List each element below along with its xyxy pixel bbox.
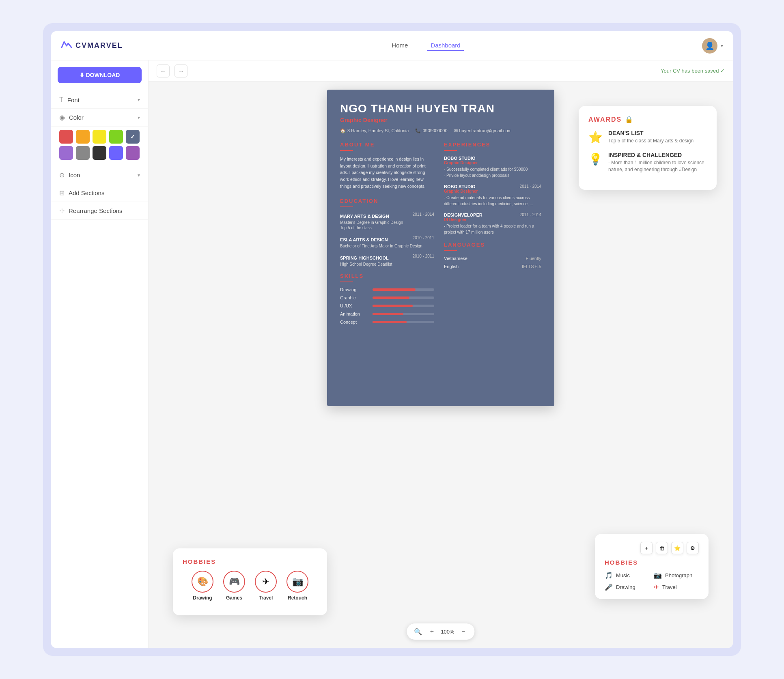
cv-lang-title: LANGUAGES: [444, 242, 541, 248]
hobby-games-label: Games: [226, 595, 242, 601]
cv-edu-divider: [340, 206, 353, 207]
color-swatches: [51, 127, 148, 166]
cv-edu-item-1: MARY ARTS & DESIGN2011 - 2014 Master's D…: [340, 212, 434, 230]
hobbies-icons-row: 🎨 Drawing 🎮 Games ✈ Travel 📷: [183, 571, 317, 601]
sidebar-item-rearrange[interactable]: ⊹ Rearrange Sections: [51, 202, 148, 220]
card-tool-star[interactable]: ⭐: [671, 542, 683, 554]
hobby-photograph: 📷 Photograph: [654, 572, 699, 579]
cv-phone: 📞 0909000000: [415, 128, 447, 133]
font-icon: T: [59, 96, 63, 103]
undo-button[interactable]: ←: [157, 64, 170, 77]
nav-dashboard[interactable]: Dashboard: [427, 40, 463, 51]
font-label: Font: [67, 97, 80, 103]
avatar[interactable]: 👤: [702, 38, 717, 54]
swatch-magenta[interactable]: [126, 146, 140, 160]
card-tool-delete[interactable]: 🗑: [656, 542, 668, 554]
cv-body: ABOUT ME My interests and experience in …: [340, 142, 541, 328]
cv-name: NGO THANH HUYEN TRAN: [340, 103, 541, 115]
color-label: Color: [69, 114, 84, 121]
cv-about-divider: [340, 150, 353, 151]
drawing-mic-icon: 🎤: [605, 583, 613, 591]
nav-home[interactable]: Home: [388, 40, 411, 51]
hobby-games-icon: 🎮: [223, 571, 245, 593]
zoom-minus-button[interactable]: −: [459, 627, 468, 636]
app-container: CVMARVEL Home Dashboard 👤 ▾ ⬇ DOWNLOAD T…: [43, 23, 741, 656]
swatch-violet[interactable]: [109, 146, 123, 160]
cv-lang-divider: [444, 250, 457, 251]
swatch-gray[interactable]: [76, 146, 90, 160]
cv-contact: 🏠 3 Hamley, Hamley St, Califonia 📞 09090…: [340, 128, 541, 133]
hobby-retouch-icon: 📷: [286, 571, 308, 593]
swatch-red[interactable]: [59, 130, 73, 144]
sidebar-item-icon[interactable]: ⊙ Icon ▾: [51, 166, 148, 184]
cv-canvas[interactable]: NGO THANH HUYEN TRAN Graphic Designer 🏠 …: [149, 82, 733, 648]
save-status: Your CV has been saved ✓: [661, 68, 725, 74]
logo-text: CVMARVEL: [75, 41, 123, 50]
cv-lang-vn: Vietnamese Fluently: [444, 256, 541, 261]
hobby-travel-label: Travel: [259, 595, 273, 601]
swatch-purple[interactable]: [59, 146, 73, 160]
content-area: ← → Your CV has been saved ✓ NGO THANH H…: [149, 60, 733, 648]
awards-title: AWARDS 🔒: [588, 116, 707, 123]
award-desc-2: - More than 1 million children to love s…: [608, 159, 707, 173]
cv-about-text: My interests and experience in design li…: [340, 156, 434, 190]
cv-address: 🏠 3 Hamley, Hamley St, Califonia: [340, 128, 409, 133]
cv-skills-divider: [340, 281, 353, 282]
award-bulb-icon: 💡: [588, 153, 603, 166]
zoom-plus-button[interactable]: +: [427, 627, 437, 636]
swatch-orange[interactable]: [76, 130, 90, 144]
download-button[interactable]: ⬇ DOWNLOAD: [58, 67, 142, 83]
rearrange-label: Rearrange Sections: [69, 207, 123, 214]
travel-list-icon: ✈: [654, 583, 659, 591]
zoom-search-icon[interactable]: 🔍: [413, 627, 423, 636]
hobby-drawing: 🎨 Drawing: [192, 571, 213, 601]
nav-links: Home Dashboard: [150, 40, 702, 51]
award-name-1: DEAN'S LIST: [608, 130, 694, 136]
cv-paper: NGO THANH HUYEN TRAN Graphic Designer 🏠 …: [327, 90, 554, 406]
cv-exp-1: BOBO STUDIO Graphic Designer - Successfu…: [444, 156, 541, 178]
hobby-music: 🎵 Music: [605, 572, 650, 579]
hobbies-card-left: HOBBIES 🎨 Drawing 🎮 Games ✈ Travel: [173, 548, 327, 615]
icon-icon: ⊙: [59, 171, 65, 179]
logo-icon: [61, 40, 72, 52]
card-tool-add[interactable]: +: [640, 542, 653, 554]
music-label: Music: [616, 572, 630, 578]
icon-chevron: ▾: [138, 172, 140, 178]
sidebar-item-color[interactable]: ◉ Color ▾: [51, 109, 148, 127]
award-name-2: INSPIRED & CHALLENGED: [608, 152, 707, 158]
cv-title: Graphic Designer: [340, 117, 541, 123]
swatch-blue[interactable]: [126, 130, 140, 144]
photograph-icon: 📷: [654, 572, 662, 579]
hobby-drawing-list: 🎤 Drawing: [605, 583, 650, 591]
cv-edu-item-3: SPRING HIGHSCHOOL2010 - 2011 High School…: [340, 254, 434, 266]
cv-skill-drawing: Drawing: [340, 287, 434, 292]
hobbies-middle-title: HOBBIES: [605, 559, 699, 566]
add-sections-icon: ⊞: [59, 189, 65, 197]
hobby-drawing-icon: 🎨: [192, 571, 213, 593]
color-chevron: ▾: [138, 115, 140, 120]
cv-skills-title: SKILLS: [340, 273, 434, 279]
sidebar-item-font[interactable]: T Font ▾: [51, 91, 148, 109]
swatch-yellow[interactable]: [93, 130, 106, 144]
cv-exp-title: EXPERIENCES: [444, 142, 541, 148]
cv-left: ABOUT ME My interests and experience in …: [340, 142, 434, 328]
logo-area: CVMARVEL: [61, 40, 150, 52]
sidebar: ⬇ DOWNLOAD T Font ▾ ◉ Color ▾: [51, 60, 149, 648]
sidebar-item-add-sections[interactable]: ⊞ Add Sections: [51, 184, 148, 202]
nav-right: 👤 ▾: [702, 38, 723, 54]
swatch-green[interactable]: [109, 130, 123, 144]
cv-exp-divider: [444, 150, 457, 151]
cv-exp-2: BOBO STUDIO 2011 - 2014 Graphic Designer…: [444, 184, 541, 207]
cv-right: EXPERIENCES BOBO STUDIO Graphic Designer…: [444, 142, 541, 328]
cv-lang-en: English IELTS 6.5: [444, 264, 541, 269]
swatch-dark[interactable]: [93, 146, 106, 160]
icon-label: Icon: [69, 172, 80, 178]
card-tool-settings[interactable]: ⚙: [687, 542, 699, 554]
hobbies-card-middle: + 🗑 ⭐ ⚙ HOBBIES 🎵 Music 📷 Photogra: [595, 534, 709, 599]
redo-button[interactable]: →: [174, 64, 187, 77]
rearrange-icon: ⊹: [59, 207, 65, 215]
awards-lock-icon: 🔒: [625, 116, 634, 123]
main-layout: ⬇ DOWNLOAD T Font ▾ ◉ Color ▾: [51, 60, 733, 648]
hobby-travel-icon: ✈: [255, 571, 277, 593]
avatar-chevron: ▾: [721, 43, 723, 49]
